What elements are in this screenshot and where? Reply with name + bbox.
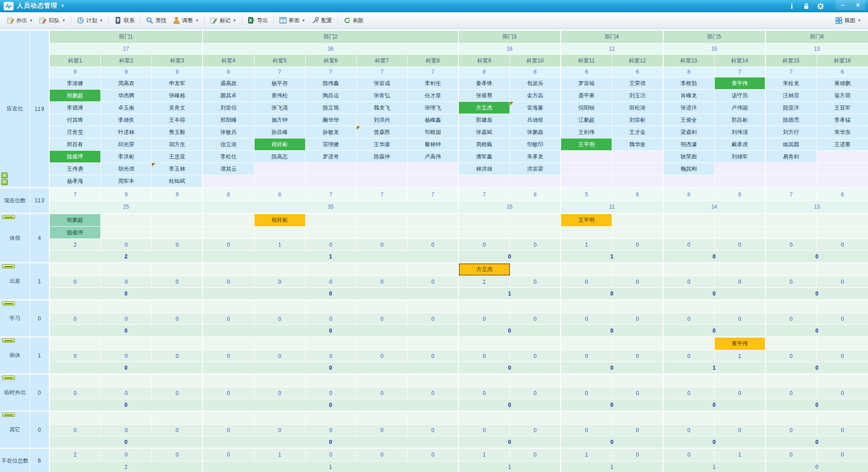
roster-cell[interactable]: 张峰栋 xyxy=(152,90,203,101)
roster-cell[interactable]: 陶昌运 xyxy=(306,90,357,101)
roster-cell[interactable]: 杨峰鑫 xyxy=(408,114,459,126)
roster-cell[interactable]: 李涛健 xyxy=(50,77,101,89)
roster-cell[interactable]: 刘洪尚 xyxy=(357,114,408,126)
window-title[interactable]: 人员动态管理 xyxy=(17,2,57,10)
status-person-cell[interactable]: 王平明 xyxy=(561,214,612,226)
roster-cell[interactable]: 任才星 xyxy=(408,90,459,101)
roster-cell[interactable]: 刘伟清 xyxy=(715,126,766,138)
roster-cell[interactable]: 刘方行 xyxy=(766,126,817,138)
roster-cell[interactable]: 洪雷梁 xyxy=(510,163,561,175)
lock-icon[interactable] xyxy=(802,2,810,10)
roster-cell[interactable]: 吴青文 xyxy=(152,102,203,114)
roster-cell[interactable]: 蒋雄鹏 xyxy=(817,77,868,89)
roster-cell[interactable]: 鞠其刚 xyxy=(664,163,715,175)
toolbar-button-adjust[interactable]: 调整▼ xyxy=(170,15,202,26)
roster-cell[interactable]: 邱光荣 xyxy=(101,138,152,150)
roster-cell[interactable]: 翁方燚 xyxy=(817,90,868,101)
roster-cell[interactable]: 张鹏磊 xyxy=(510,126,561,138)
toolbar-button-refresh[interactable]: 刷新 xyxy=(340,15,367,26)
status-person-cell[interactable]: 陈俊坪 xyxy=(50,227,101,238)
roster-cell[interactable]: 邹敏印 xyxy=(510,138,561,150)
roster-cell[interactable]: 周根巍 xyxy=(459,138,510,150)
roster-cell[interactable]: 胡光强 xyxy=(101,163,152,175)
roster-cell[interactable]: 李剑生 xyxy=(408,77,459,89)
roster-cell[interactable]: 姜孝锋 xyxy=(459,77,510,89)
roster-cell[interactable]: 方立杰 xyxy=(459,102,510,114)
roster-cell[interactable]: 施方钟 xyxy=(255,114,306,126)
roster-cell[interactable]: 肖峰龙 xyxy=(664,90,715,101)
roster-cell[interactable]: 周高农 xyxy=(101,77,152,89)
roster-cell[interactable]: 桂灿斌 xyxy=(152,175,203,187)
roster-cell[interactable]: 王亚军 xyxy=(817,102,868,114)
roster-cell[interactable]: 杨孝海 xyxy=(50,175,101,187)
toolbar-button-out[interactable]: 外出▼ xyxy=(4,15,36,26)
roster-cell[interactable]: 吕雄煜 xyxy=(510,114,561,126)
roster-cell[interactable]: 刘玉洁 xyxy=(612,90,663,101)
roster-cell[interactable]: 张俊尊 xyxy=(459,90,510,101)
roster-cell[interactable]: 李孝猛 xyxy=(817,114,868,126)
toolbar-button-ui[interactable]: 界面▼ xyxy=(276,15,309,26)
roster-cell[interactable]: 郭建磊 xyxy=(459,114,510,126)
roster-cell[interactable]: 刘雄军 xyxy=(715,151,766,162)
roster-cell[interactable]: 谭其云 xyxy=(203,163,254,175)
roster-cell[interactable]: 卢高伟 xyxy=(408,151,459,162)
roster-cell[interactable]: 汤守浩 xyxy=(715,90,766,101)
roster-cell-marked[interactable]: 曾森西 xyxy=(357,126,408,138)
collapse-toggle-icon[interactable] xyxy=(2,339,15,343)
roster-cell[interactable]: 罗雷福 xyxy=(561,77,612,89)
roster-cell[interactable]: 李德洲 xyxy=(50,102,101,114)
roster-cell[interactable]: 叶进林 xyxy=(101,126,152,138)
gear-icon[interactable] xyxy=(816,2,825,10)
collapse-toggle-icon[interactable] xyxy=(2,376,15,380)
roster-cell[interactable]: 王丰得 xyxy=(152,114,203,126)
collapse-toggle-icon[interactable] xyxy=(2,215,15,219)
roster-cell[interactable]: 张进洋 xyxy=(664,102,715,114)
roster-cell[interactable]: 郑阳峰 xyxy=(203,114,254,126)
toolbar-button-find[interactable]: 查找 xyxy=(143,15,170,26)
toolbar-button-config[interactable]: 配置 xyxy=(309,15,335,26)
roster-cell[interactable]: 陈亚洋 xyxy=(766,102,817,114)
roster-cell[interactable]: 黄平伟 xyxy=(715,77,766,89)
roster-cell[interactable]: 田松涛 xyxy=(612,102,663,114)
roster-cell[interactable]: 李根勃 xyxy=(664,77,715,89)
close-button[interactable]: × xyxy=(850,0,865,10)
roster-cell[interactable]: 申龙军 xyxy=(152,77,203,89)
roster-cell[interactable]: 朱孝龙 xyxy=(510,151,561,162)
roster-cell[interactable]: 陈立旭 xyxy=(306,102,357,114)
roster-cell[interactable]: 王俊全 xyxy=(664,114,715,126)
roster-cell[interactable]: 陈森仲 xyxy=(357,151,408,162)
roster-cell[interactable]: 王忠亚 xyxy=(152,151,203,162)
roster-cell[interactable]: 刘雷信 xyxy=(203,102,254,114)
roster-cell[interactable]: 李松仕 xyxy=(203,151,254,162)
toolbar-button-export[interactable]: 导出 xyxy=(245,15,271,26)
roster-cell[interactable]: 王华康 xyxy=(357,138,408,150)
roster-cell[interactable]: 魏华奎 xyxy=(612,138,663,150)
roster-cell[interactable]: 李洪彬 xyxy=(101,151,152,162)
roster-cell[interactable]: 姚其园 xyxy=(766,138,817,150)
roster-cell[interactable]: 耿荣彪 xyxy=(664,151,715,162)
roster-cell[interactable]: 倪阳钡 xyxy=(561,102,612,114)
roster-cell[interactable]: 王进重 xyxy=(817,138,868,150)
toolbar-button-mark[interactable]: 标记▼ xyxy=(207,15,240,26)
roster-cell[interactable]: 王剑伟 xyxy=(561,126,612,138)
roster-cell[interactable]: 华杰腾 xyxy=(101,90,152,101)
roster-cell[interactable]: 汪林宗 xyxy=(766,90,817,101)
roster-cell[interactable]: 易青剑 xyxy=(766,151,817,162)
status-person-cell[interactable]: 方立杰 xyxy=(459,263,510,276)
collapse-toggle-icon[interactable] xyxy=(2,264,15,268)
roster-cell[interactable]: 付其锋 xyxy=(50,114,101,126)
roster-cell[interactable]: 包波乐 xyxy=(510,77,561,89)
roster-cell[interactable]: 陈高志 xyxy=(255,151,306,162)
roster-cell[interactable]: 周军丰 xyxy=(101,175,152,187)
collapse-toggle-icon[interactable] xyxy=(2,301,15,305)
roster-cell[interactable]: 郑昌有 xyxy=(50,138,101,150)
roster-cell[interactable]: 盛高政 xyxy=(203,77,254,89)
status-person-cell[interactable]: 程祥彬 xyxy=(255,214,306,226)
roster-cell[interactable]: 陈俊坪 xyxy=(50,151,101,162)
roster-cell[interactable]: 罗进奇 xyxy=(306,151,357,162)
roster-cell[interactable]: 陈伟鑫 xyxy=(306,77,357,89)
roster-cell[interactable]: 龚平果 xyxy=(561,90,612,101)
roster-cell[interactable]: 王荣强 xyxy=(612,77,663,89)
roster-cell[interactable]: 张雷成 xyxy=(357,77,408,89)
roster-cell[interactable]: 张青弘 xyxy=(357,90,408,101)
